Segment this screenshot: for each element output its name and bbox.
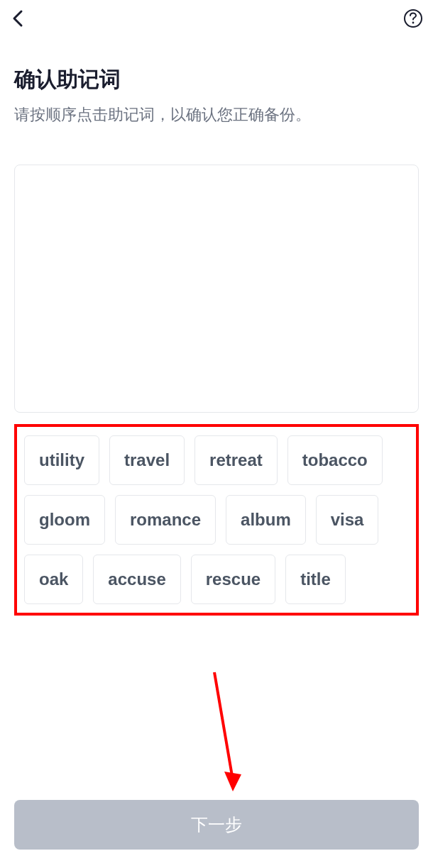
back-button[interactable] [10, 10, 27, 27]
mnemonic-word[interactable]: romance [115, 495, 216, 545]
title-section: 确认助记词 请按顺序点击助记词，以确认您正确备份。 [0, 37, 433, 133]
mnemonic-word[interactable]: oak [24, 555, 83, 604]
mnemonic-word[interactable]: album [226, 495, 306, 545]
mnemonic-word[interactable]: rescue [191, 555, 275, 604]
mnemonic-word[interactable]: retreat [194, 435, 278, 485]
next-button[interactable]: 下一步 [14, 800, 419, 850]
mnemonic-word[interactable]: visa [316, 495, 379, 545]
svg-marker-3 [224, 772, 241, 791]
selected-words-area[interactable] [14, 165, 419, 413]
mnemonic-word[interactable]: accuse [93, 555, 180, 604]
mnemonic-word[interactable]: tobacco [287, 435, 383, 485]
arrow-annotation-icon [206, 667, 248, 808]
mnemonic-word[interactable]: travel [109, 435, 185, 485]
mnemonic-word[interactable]: utility [24, 435, 99, 485]
mnemonic-word-grid-highlight: utility travel retreat tobacco gloom rom… [14, 424, 419, 616]
svg-line-2 [214, 672, 233, 780]
page-title: 确认助记词 [14, 65, 419, 94]
chevron-left-icon [11, 9, 26, 28]
question-circle-icon [403, 9, 423, 28]
help-button[interactable] [403, 9, 423, 28]
mnemonic-word-grid: utility travel retreat tobacco gloom rom… [24, 435, 409, 604]
svg-point-1 [412, 22, 415, 24]
header-bar [0, 0, 433, 37]
mnemonic-word[interactable]: gloom [24, 495, 105, 545]
page-subtitle: 请按顺序点击助记词，以确认您正确备份。 [14, 103, 419, 126]
mnemonic-word[interactable]: title [285, 555, 346, 604]
